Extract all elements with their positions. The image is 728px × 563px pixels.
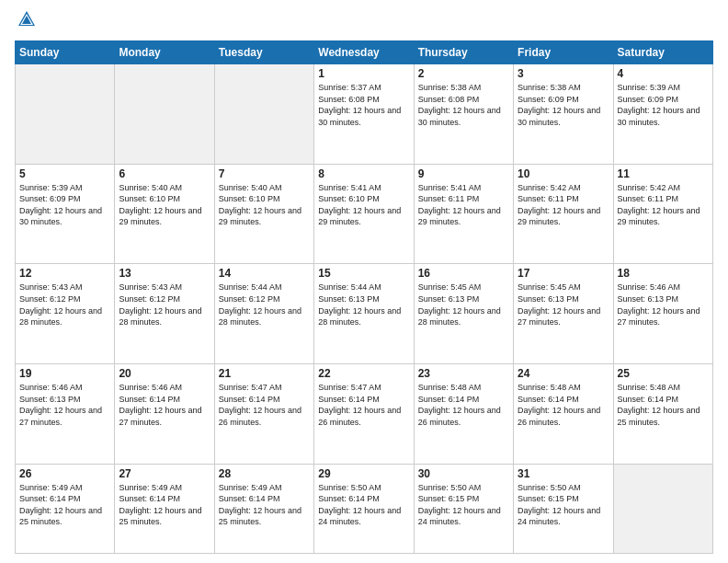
day-info: Sunrise: 5:43 AM Sunset: 6:12 PM Dayligh…	[119, 282, 210, 327]
table-row: 31Sunrise: 5:50 AM Sunset: 6:15 PM Dayli…	[514, 464, 613, 553]
col-wednesday: Wednesday	[314, 41, 414, 64]
day-number: 23	[418, 367, 509, 380]
day-info: Sunrise: 5:48 AM Sunset: 6:14 PM Dayligh…	[418, 382, 509, 428]
day-info: Sunrise: 5:44 AM Sunset: 6:13 PM Dayligh…	[318, 282, 409, 327]
day-number: 1	[318, 67, 409, 80]
day-number: 18	[618, 267, 709, 280]
logo-icon	[17, 9, 37, 29]
day-number: 20	[119, 367, 210, 380]
table-row: 26Sunrise: 5:49 AM Sunset: 6:14 PM Dayli…	[16, 464, 115, 553]
day-number: 8	[318, 167, 409, 180]
col-sunday: Sunday	[16, 41, 115, 64]
col-friday: Friday	[514, 41, 613, 64]
col-tuesday: Tuesday	[214, 41, 313, 64]
calendar-header-row: Sunday Monday Tuesday Wednesday Thursday…	[16, 41, 713, 64]
col-thursday: Thursday	[414, 41, 513, 64]
table-row: 12Sunrise: 5:43 AM Sunset: 6:12 PM Dayli…	[16, 264, 115, 364]
table-row: 19Sunrise: 5:46 AM Sunset: 6:13 PM Dayli…	[16, 364, 115, 465]
day-number: 7	[219, 167, 310, 180]
day-info: Sunrise: 5:50 AM Sunset: 6:14 PM Dayligh…	[318, 482, 409, 528]
day-info: Sunrise: 5:37 AM Sunset: 6:08 PM Dayligh…	[318, 82, 409, 128]
table-row: 7Sunrise: 5:40 AM Sunset: 6:10 PM Daylig…	[214, 164, 313, 264]
day-info: Sunrise: 5:39 AM Sunset: 6:09 PM Dayligh…	[19, 182, 110, 228]
day-number: 11	[618, 167, 709, 180]
day-info: Sunrise: 5:42 AM Sunset: 6:11 PM Dayligh…	[618, 182, 709, 228]
table-row: 27Sunrise: 5:49 AM Sunset: 6:14 PM Dayli…	[115, 464, 214, 553]
day-info: Sunrise: 5:38 AM Sunset: 6:09 PM Dayligh…	[518, 82, 609, 128]
table-row: 16Sunrise: 5:45 AM Sunset: 6:13 PM Dayli…	[414, 264, 513, 364]
table-row: 3Sunrise: 5:38 AM Sunset: 6:09 PM Daylig…	[514, 64, 613, 165]
day-number: 29	[318, 467, 409, 480]
day-number: 24	[518, 367, 609, 380]
day-number: 19	[19, 367, 110, 380]
table-row: 15Sunrise: 5:44 AM Sunset: 6:13 PM Dayli…	[314, 264, 414, 364]
col-saturday: Saturday	[613, 41, 712, 64]
table-row: 8Sunrise: 5:41 AM Sunset: 6:10 PM Daylig…	[314, 164, 414, 264]
day-number: 31	[518, 467, 609, 480]
table-row: 1Sunrise: 5:37 AM Sunset: 6:08 PM Daylig…	[314, 64, 414, 165]
day-number: 3	[518, 67, 609, 80]
day-info: Sunrise: 5:49 AM Sunset: 6:14 PM Dayligh…	[19, 482, 110, 528]
day-info: Sunrise: 5:42 AM Sunset: 6:11 PM Dayligh…	[518, 182, 609, 228]
day-info: Sunrise: 5:47 AM Sunset: 6:14 PM Dayligh…	[219, 382, 310, 428]
day-info: Sunrise: 5:49 AM Sunset: 6:14 PM Dayligh…	[219, 482, 310, 528]
table-row: 11Sunrise: 5:42 AM Sunset: 6:11 PM Dayli…	[613, 164, 712, 264]
day-info: Sunrise: 5:48 AM Sunset: 6:14 PM Dayligh…	[618, 382, 709, 428]
day-number: 4	[618, 67, 709, 80]
table-row	[16, 64, 115, 165]
page: Sunday Monday Tuesday Wednesday Thursday…	[0, 0, 728, 563]
day-number: 2	[418, 67, 509, 80]
table-row: 25Sunrise: 5:48 AM Sunset: 6:14 PM Dayli…	[613, 364, 712, 465]
table-row: 17Sunrise: 5:45 AM Sunset: 6:13 PM Dayli…	[514, 264, 613, 364]
day-info: Sunrise: 5:40 AM Sunset: 6:10 PM Dayligh…	[219, 182, 310, 228]
day-info: Sunrise: 5:45 AM Sunset: 6:13 PM Dayligh…	[518, 282, 609, 327]
day-info: Sunrise: 5:45 AM Sunset: 6:13 PM Dayligh…	[418, 282, 509, 327]
day-info: Sunrise: 5:50 AM Sunset: 6:15 PM Dayligh…	[518, 482, 609, 528]
header	[15, 9, 713, 33]
day-number: 21	[219, 367, 310, 380]
day-info: Sunrise: 5:49 AM Sunset: 6:14 PM Dayligh…	[119, 482, 210, 528]
day-info: Sunrise: 5:41 AM Sunset: 6:11 PM Dayligh…	[418, 182, 509, 228]
day-info: Sunrise: 5:38 AM Sunset: 6:08 PM Dayligh…	[418, 82, 509, 128]
day-number: 25	[618, 367, 709, 380]
table-row	[115, 64, 214, 165]
table-row: 29Sunrise: 5:50 AM Sunset: 6:14 PM Dayli…	[314, 464, 414, 553]
table-row: 23Sunrise: 5:48 AM Sunset: 6:14 PM Dayli…	[414, 364, 513, 465]
day-info: Sunrise: 5:43 AM Sunset: 6:12 PM Dayligh…	[19, 282, 110, 327]
table-row: 14Sunrise: 5:44 AM Sunset: 6:12 PM Dayli…	[214, 264, 313, 364]
day-number: 28	[219, 467, 310, 480]
day-number: 14	[219, 267, 310, 280]
day-number: 6	[119, 167, 210, 180]
day-number: 13	[119, 267, 210, 280]
day-info: Sunrise: 5:48 AM Sunset: 6:14 PM Dayligh…	[518, 382, 609, 428]
day-info: Sunrise: 5:44 AM Sunset: 6:12 PM Dayligh…	[219, 282, 310, 327]
table-row: 20Sunrise: 5:46 AM Sunset: 6:14 PM Dayli…	[115, 364, 214, 465]
day-number: 9	[418, 167, 509, 180]
table-row: 28Sunrise: 5:49 AM Sunset: 6:14 PM Dayli…	[214, 464, 313, 553]
table-row: 2Sunrise: 5:38 AM Sunset: 6:08 PM Daylig…	[414, 64, 513, 165]
day-number: 5	[19, 167, 110, 180]
table-row: 13Sunrise: 5:43 AM Sunset: 6:12 PM Dayli…	[115, 264, 214, 364]
logo	[15, 9, 37, 33]
day-info: Sunrise: 5:50 AM Sunset: 6:15 PM Dayligh…	[418, 482, 509, 528]
table-row	[613, 464, 712, 553]
col-monday: Monday	[115, 41, 214, 64]
table-row: 22Sunrise: 5:47 AM Sunset: 6:14 PM Dayli…	[314, 364, 414, 465]
table-row: 4Sunrise: 5:39 AM Sunset: 6:09 PM Daylig…	[613, 64, 712, 165]
table-row: 24Sunrise: 5:48 AM Sunset: 6:14 PM Dayli…	[514, 364, 613, 465]
table-row: 6Sunrise: 5:40 AM Sunset: 6:10 PM Daylig…	[115, 164, 214, 264]
table-row: 5Sunrise: 5:39 AM Sunset: 6:09 PM Daylig…	[16, 164, 115, 264]
day-info: Sunrise: 5:46 AM Sunset: 6:13 PM Dayligh…	[19, 382, 110, 428]
day-number: 27	[119, 467, 210, 480]
day-number: 12	[19, 267, 110, 280]
day-info: Sunrise: 5:39 AM Sunset: 6:09 PM Dayligh…	[618, 82, 709, 128]
day-info: Sunrise: 5:41 AM Sunset: 6:10 PM Dayligh…	[318, 182, 409, 228]
day-number: 22	[318, 367, 409, 380]
day-number: 26	[19, 467, 110, 480]
table-row	[214, 64, 313, 165]
day-info: Sunrise: 5:46 AM Sunset: 6:14 PM Dayligh…	[119, 382, 210, 428]
day-info: Sunrise: 5:40 AM Sunset: 6:10 PM Dayligh…	[119, 182, 210, 228]
table-row: 10Sunrise: 5:42 AM Sunset: 6:11 PM Dayli…	[514, 164, 613, 264]
table-row: 9Sunrise: 5:41 AM Sunset: 6:11 PM Daylig…	[414, 164, 513, 264]
day-info: Sunrise: 5:46 AM Sunset: 6:13 PM Dayligh…	[618, 282, 709, 327]
